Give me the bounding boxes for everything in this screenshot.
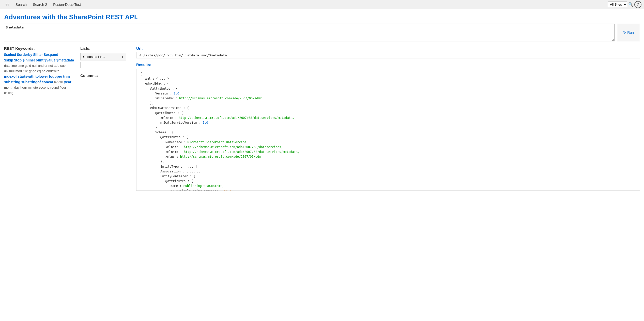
json-line-6: }, (140, 101, 636, 106)
json-line-9: xmlns:m : http://schemas.microsoft.com/a… (140, 116, 636, 120)
lists-title: Lists: (80, 46, 131, 51)
search-icon[interactable]: 🔍 (627, 1, 634, 8)
nav-item-fusion[interactable]: Fusion-Docs-Test (50, 0, 84, 9)
keyword-toupper[interactable]: toupper (49, 74, 62, 78)
list-search-input[interactable] (80, 62, 126, 68)
keywords-row-5: indexof startswith tolower toupper trim (4, 74, 75, 78)
query-textarea[interactable]: $metadata (4, 24, 615, 41)
url-section: Url: 🗎 /sites/poc/_vti_bin/listdata.svc/… (136, 46, 640, 58)
json-line-16: xmlns:m : http://schemas.microsoft.com/a… (140, 150, 636, 154)
keywords-row-1: $select $orderby $filter $expand (4, 53, 75, 57)
keyword-value[interactable]: $value (44, 58, 56, 62)
keywords-row-3: datetime time guid null and or not add s… (4, 64, 75, 68)
keywords-row-4: div mul mod lt le gt ge eq ne endswith (4, 69, 75, 73)
json-line-0: { (140, 72, 636, 76)
json-line-12: Schema : { (140, 130, 636, 135)
keyword-orderby[interactable]: $orderby (17, 53, 32, 57)
left-panel: REST Keywords: $select $orderby $filter … (4, 46, 75, 191)
run-icon: ↻ (623, 30, 626, 35)
nav-item-es[interactable]: es (3, 0, 12, 9)
nav-item-search2[interactable]: Search 2 (30, 0, 50, 9)
keyword-tolower[interactable]: tolower (35, 74, 48, 78)
keywords-row-2: $skip $top $inlinecount $value $metadata (4, 58, 75, 62)
keywords-row-7: month day hour minute second round floor (4, 86, 75, 89)
keyword-concat[interactable]: concat (42, 80, 53, 84)
main-content: REST Keywords: $select $orderby $filter … (0, 42, 644, 195)
keyword-expand[interactable]: $expand (44, 53, 58, 57)
link-dataservices-metadata[interactable]: http://schemas.microsoft.com/ado/2007/08… (179, 116, 294, 120)
keyword-select[interactable]: $select (4, 53, 16, 57)
json-line-24: m:IsDefaultEntityContainer : true (140, 189, 636, 191)
json-line-7: edmx:DataServices : { (140, 106, 636, 110)
link-namespace[interactable]: Microsoft.SharePoint.DataService, (188, 140, 248, 144)
keyword-substring[interactable]: substring (4, 80, 20, 84)
json-line-11: }, (140, 125, 636, 130)
middle-panel: Lists: Choose a List.. › Columns: (75, 46, 131, 191)
sites-selector: All Sites (608, 2, 627, 7)
results-container[interactable]: { xml : { ... }, edmx:Edmx : { @attribut… (136, 69, 640, 191)
results-label: Results: (136, 62, 640, 67)
keyword-trim[interactable]: trim (63, 74, 70, 78)
json-line-13: @attributes : { (140, 135, 636, 140)
json-line-3: @attributes : { (140, 86, 636, 91)
json-line-18: }, (140, 159, 636, 164)
chevron-right-icon: › (122, 55, 123, 59)
keyword-startswith[interactable]: startswith (18, 74, 34, 78)
keyword-skip[interactable]: $skip (4, 58, 13, 62)
keywords-row-6: substring substringof concat length year (4, 80, 75, 84)
json-line-8: @attributes : { (140, 111, 636, 116)
choose-list-button[interactable]: Choose a List.. › (80, 53, 126, 60)
keyword-metadata[interactable]: $metadata (56, 58, 74, 62)
keyword-inlinecount[interactable]: $inlinecount (23, 58, 43, 62)
nav-item-search[interactable]: Search (12, 0, 30, 9)
json-line-22: @attributes : { (140, 179, 636, 184)
json-line-1: xml : { ... }, (140, 76, 636, 81)
url-bar: 🗎 /sites/poc/_vti_bin/listdata.svc/$meta… (136, 52, 640, 58)
keyword-top[interactable]: $top (14, 58, 22, 62)
link-edmx[interactable]: http://schemas.microsoft.com/ado/2007/06… (179, 97, 262, 100)
query-area: $metadata ↻ Run (4, 24, 640, 42)
url-value: /sites/poc/_vti_bin/listdata.svc/$metada… (143, 53, 227, 57)
page-icon: 🗎 (139, 53, 142, 57)
page-title: Adventures with the SharePoint REST API. (0, 9, 644, 24)
run-button[interactable]: ↻ Run (617, 24, 640, 41)
help-icon[interactable]: ? (634, 1, 641, 8)
topnav: es Search Search 2 Fusion-Docs-Test All … (0, 0, 644, 9)
json-line-17: xmlns : http://schemas.microsoft.com/ado… (140, 154, 636, 159)
json-line-2: edmx:Edmx : { (140, 81, 636, 86)
json-line-4: Version : 1.0, (140, 91, 636, 96)
link-edm[interactable]: http://schemas.microsoft.com/ado/2007/05… (180, 155, 261, 158)
right-panel: Url: 🗎 /sites/poc/_vti_bin/listdata.svc/… (131, 46, 640, 191)
json-line-19: EntityType : [ ... ], (140, 164, 636, 169)
keyword-filter[interactable]: $filter (33, 53, 43, 57)
choose-list-label: Choose a List.. (83, 55, 105, 59)
json-line-23: Name : PublishingDataContext, (140, 184, 636, 188)
keywords-section-title: REST Keywords: (4, 46, 75, 51)
json-line-10: m:DataServiceVersion : 1.0 (140, 120, 636, 125)
json-line-21: EntityContainer : { (140, 174, 636, 179)
url-label: Url: (136, 46, 640, 51)
json-line-5: xmlns:edmx : http://schemas.microsoft.co… (140, 96, 636, 101)
columns-title: Columns: (80, 73, 131, 78)
keywords-row-8: ceiling (4, 91, 75, 95)
keyword-substringof[interactable]: substringof (21, 80, 41, 84)
keyword-indexof[interactable]: indexof (4, 74, 17, 78)
json-line-20: Association : [ ... ], (140, 169, 636, 174)
sites-dropdown[interactable]: All Sites (608, 2, 627, 7)
json-line-15: xmlns:d : http://schemas.microsoft.com/a… (140, 145, 636, 150)
run-label: Run (627, 30, 634, 35)
link-dataservices-m[interactable]: http://schemas.microsoft.com/ado/2007/08… (184, 150, 299, 154)
link-dataservices-d[interactable]: http://schemas.microsoft.com/ado/2007/08… (184, 145, 283, 149)
link-publishing-context[interactable]: PublishingDataContext, (183, 184, 224, 188)
keyword-year[interactable]: year (64, 80, 71, 84)
json-line-14: Namespace : Microsoft.SharePoint.DataSer… (140, 140, 636, 145)
